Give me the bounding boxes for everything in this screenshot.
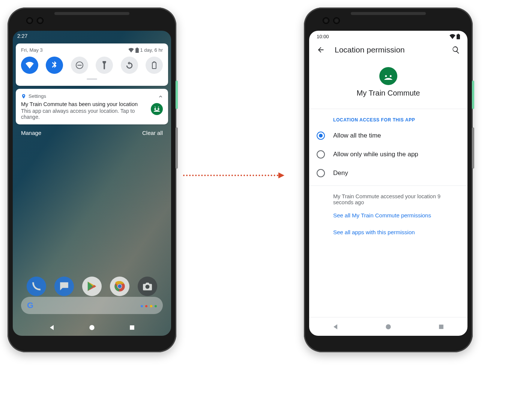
screen-right: 10:00 Location permission My Train Commu… xyxy=(309,31,467,336)
link-all-apps-permission[interactable]: See all apps with this permission xyxy=(309,224,467,241)
svg-point-8 xyxy=(386,324,391,329)
wifi-icon xyxy=(449,34,455,39)
back-arrow-icon[interactable] xyxy=(317,46,325,54)
chrome-app-icon[interactable] xyxy=(110,277,129,296)
page-title: Location permission xyxy=(335,45,405,54)
radio-button-icon xyxy=(317,169,325,177)
play-store-app-icon[interactable] xyxy=(82,277,102,296)
nav-home-icon[interactable] xyxy=(385,323,392,331)
app-icon xyxy=(151,103,163,115)
phone-app-icon[interactable] xyxy=(27,277,46,296)
qs-tile-bluetooth[interactable] xyxy=(46,57,63,74)
radio-label: Deny xyxy=(333,169,348,177)
screen-left: 2:27 Fri, May 3 1 day, 6 hr xyxy=(13,31,171,336)
svg-rect-9 xyxy=(439,325,443,329)
status-time: 10:00 xyxy=(317,34,329,39)
nav-bar xyxy=(13,324,171,331)
phone-notification-shade: 2:27 Fri, May 3 1 day, 6 hr xyxy=(8,7,176,352)
app-name: My Train Commute xyxy=(309,89,467,97)
notification-card[interactable]: Settings My Train Commute has been using… xyxy=(16,89,168,124)
radio-label: Allow only while using the app xyxy=(333,151,418,158)
nav-back-icon[interactable] xyxy=(332,323,339,331)
speaker-grill xyxy=(54,12,129,15)
qs-tile-flashlight[interactable] xyxy=(96,57,113,74)
power-button[interactable] xyxy=(176,81,178,109)
google-g-icon: G xyxy=(27,301,33,310)
radio-deny[interactable]: Deny xyxy=(309,164,467,183)
quick-settings-panel: Fri, May 3 1 day, 6 hr xyxy=(16,43,168,86)
camera-sensor xyxy=(37,17,44,24)
radio-button-icon xyxy=(317,150,325,159)
qs-tile-rotate[interactable] xyxy=(121,57,138,74)
qs-expand-handle[interactable] xyxy=(87,78,97,80)
qs-tile-dnd[interactable] xyxy=(71,57,88,74)
battery-icon xyxy=(457,34,460,39)
volume-button[interactable] xyxy=(472,127,474,169)
location-pin-icon xyxy=(21,94,26,99)
search-bar[interactable]: G xyxy=(21,297,163,314)
dock xyxy=(13,277,171,296)
wifi-icon xyxy=(128,48,134,52)
radio-label: Allow all the time xyxy=(333,132,381,139)
power-button[interactable] xyxy=(472,81,474,109)
search-icon[interactable] xyxy=(452,46,460,54)
nav-recents-icon[interactable] xyxy=(437,323,445,331)
volume-button[interactable] xyxy=(176,127,178,169)
qs-tile-battery[interactable] xyxy=(146,57,163,74)
qs-battery-text: 1 day, 6 hr xyxy=(140,47,163,53)
camera-sensor xyxy=(26,17,33,24)
app-icon xyxy=(379,67,397,85)
svg-rect-7 xyxy=(130,325,134,330)
svg-point-5 xyxy=(146,285,150,289)
qs-tile-wifi[interactable] xyxy=(21,57,38,74)
section-header: LOCATION ACCESS FOR THIS APP xyxy=(309,109,467,126)
messages-app-icon[interactable] xyxy=(54,277,74,296)
nav-back-icon[interactable] xyxy=(48,324,56,331)
notification-body: This app can always access your location… xyxy=(21,108,137,120)
access-info-text: My Train Commute accessed your location … xyxy=(309,186,467,207)
phone-location-permission: 10:00 Location permission My Train Commu… xyxy=(304,7,473,352)
manage-button[interactable]: Manage xyxy=(21,130,41,136)
status-bar: 10:00 xyxy=(309,31,467,39)
svg-point-6 xyxy=(89,325,94,330)
notification-source: Settings xyxy=(29,93,46,99)
svg-point-4 xyxy=(118,284,122,288)
link-all-permissions[interactable]: See all My Train Commute permissions xyxy=(309,207,467,224)
nav-home-icon[interactable] xyxy=(88,324,96,331)
flow-arrow xyxy=(183,172,284,178)
radio-allow-all[interactable]: Allow all the time xyxy=(309,126,467,145)
radio-button-icon xyxy=(317,132,325,140)
assistant-icon[interactable] xyxy=(141,302,157,309)
battery-icon xyxy=(135,48,139,53)
chevron-up-icon[interactable] xyxy=(158,94,163,99)
qs-date: Fri, May 3 xyxy=(21,47,43,53)
camera-sensor xyxy=(333,17,340,24)
status-time: 2:27 xyxy=(17,33,27,39)
camera-app-icon[interactable] xyxy=(138,277,157,296)
notification-title: My Train Commute has been using your loc… xyxy=(21,101,163,107)
nav-bar xyxy=(309,317,467,336)
clear-all-button[interactable]: Clear all xyxy=(142,130,163,136)
speaker-grill xyxy=(351,12,426,15)
nav-recents-icon[interactable] xyxy=(128,324,136,331)
app-hero: My Train Commute xyxy=(309,57,467,109)
status-bar: 2:27 xyxy=(13,31,171,41)
camera-sensor xyxy=(323,17,329,24)
radio-allow-while-using[interactable]: Allow only while using the app xyxy=(309,145,467,164)
app-bar: Location permission xyxy=(309,39,467,57)
